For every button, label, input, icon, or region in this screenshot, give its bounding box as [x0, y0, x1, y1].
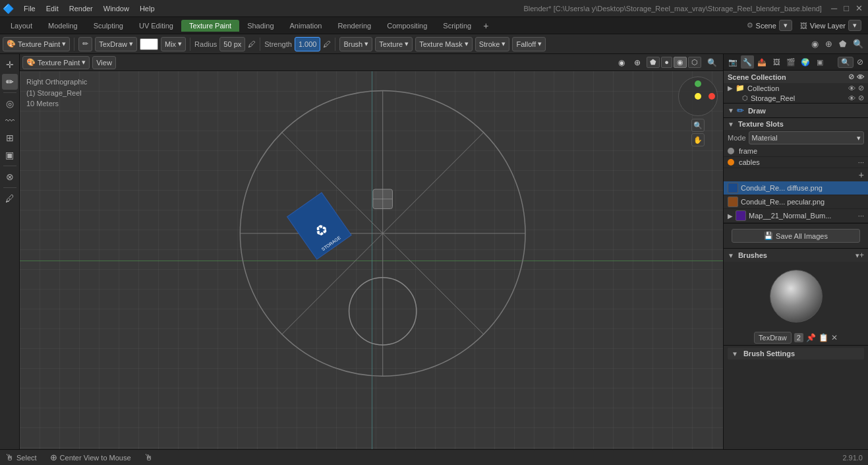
- save-all-images-button[interactable]: 💾 Save All Images: [732, 229, 860, 243]
- viewport-overlay-icon[interactable]: ◉: [615, 57, 628, 69]
- minimize-btn[interactable]: ─: [828, 3, 840, 13]
- viewport-view-button[interactable]: View: [92, 56, 116, 69]
- stroke-dropdown[interactable]: Stroke ▾: [475, 37, 510, 51]
- tab-rendering[interactable]: Rendering: [330, 20, 379, 32]
- scene-properties-icon[interactable]: 🎬: [784, 55, 797, 69]
- brush-settings-section: ▼ Brush Settings: [724, 346, 868, 363]
- brush-copy-icon[interactable]: 📋: [819, 333, 828, 342]
- viewport[interactable]: ♻ STORAGE Right Orthographic (1) Storage…: [20, 71, 723, 449]
- brush-delete-icon[interactable]: ✕: [831, 333, 838, 342]
- collection-visibility-icon[interactable]: 👁: [848, 84, 855, 92]
- viewport-navigation-gizmo[interactable]: Y 🔍 ✋: [678, 77, 718, 116]
- gizmo-circle[interactable]: Y: [678, 77, 718, 116]
- maximize-btn[interactable]: □: [841, 3, 852, 13]
- frame-material-item[interactable]: frame: [724, 146, 868, 157]
- overlay-icon[interactable]: ◉: [809, 39, 821, 49]
- color-swatch[interactable]: [140, 38, 158, 50]
- viewport-mode-dropdown[interactable]: 🎨 Texture Paint ▾: [22, 56, 90, 69]
- radius-value[interactable]: 50 px: [219, 37, 245, 51]
- viewport-ev-mode[interactable]: ⬡: [688, 57, 701, 68]
- tab-sculpting[interactable]: Sculpting: [86, 20, 131, 32]
- gizmo-icon[interactable]: ⊕: [823, 39, 834, 49]
- texture-mask-dropdown[interactable]: Texture Mask ▾: [415, 37, 472, 51]
- storage-reel-item[interactable]: ⬡ Storage_Reel 👁 ⊘: [724, 93, 868, 103]
- close-btn[interactable]: ✕: [853, 3, 865, 13]
- tab-texture-paint[interactable]: Texture Paint: [181, 20, 239, 32]
- strength-picker-icon[interactable]: 🖊: [323, 40, 331, 49]
- menu-file[interactable]: File: [19, 3, 40, 14]
- texture-diffuse-item[interactable]: Conduit_Re... diffuse.png: [724, 181, 868, 195]
- add-texture-button[interactable]: +: [859, 170, 864, 180]
- brushes-add-icon[interactable]: +: [859, 251, 864, 260]
- tab-compositing[interactable]: Compositing: [379, 20, 435, 32]
- object-select-icon[interactable]: ⊘: [858, 94, 864, 102]
- object-visibility-icon[interactable]: 👁: [848, 94, 855, 102]
- search-panel-icon[interactable]: 🔍: [838, 57, 854, 68]
- grab-tool[interactable]: ⊗: [2, 169, 18, 185]
- panel-icon-row: 📷 🔧 📤 🖼 🎬 🌍 ▣ 🔍 ⊘: [724, 54, 868, 71]
- toolbar-separator-2: [190, 38, 190, 51]
- scene-dropdown[interactable]: ▾: [779, 20, 792, 31]
- blend-mode-dropdown[interactable]: Mix ▾: [161, 37, 186, 51]
- collection-filter-icon[interactable]: ⊘: [858, 84, 864, 92]
- draw-tool[interactable]: ✏: [2, 74, 18, 90]
- viewport-material-mode[interactable]: ●: [661, 57, 672, 68]
- draw-label: Draw: [748, 107, 766, 115]
- brush-options-dropdown[interactable]: Brush ▾: [339, 37, 372, 51]
- cables-material-item[interactable]: cables ···: [724, 157, 868, 168]
- clone-tool[interactable]: ⊞: [2, 130, 18, 146]
- menu-render[interactable]: Render: [65, 3, 98, 14]
- menu-window[interactable]: Window: [99, 3, 134, 14]
- smear-tool[interactable]: 〰: [2, 113, 18, 129]
- texture-specular-item[interactable]: Conduit_Re... pecular.png: [724, 195, 868, 209]
- menu-edit[interactable]: Edit: [42, 3, 63, 14]
- texture-expand-row[interactable]: ▶ Map__21_Normal_Bum... ···: [724, 209, 868, 223]
- viewport-gizmo-toggle[interactable]: ⊕: [631, 57, 644, 69]
- viewport-mode-label: Texture Paint: [38, 59, 80, 67]
- cursor-tool[interactable]: ✛: [2, 57, 18, 73]
- pan-icon[interactable]: ✋: [691, 133, 705, 146]
- viewport-shade-icon[interactable]: ⬟: [837, 39, 848, 49]
- brush-name-field[interactable]: TexDraw: [754, 332, 792, 344]
- tab-uv-editing[interactable]: UV Editing: [131, 20, 181, 32]
- viewport-render-mode[interactable]: ◉: [674, 57, 687, 68]
- active-tool-icon[interactable]: 🔧: [741, 55, 754, 69]
- viewport-search-icon[interactable]: 🔍: [704, 57, 720, 69]
- filter-panel-icon[interactable]: ⊘: [855, 57, 865, 67]
- radius-picker-icon[interactable]: 🖊: [248, 40, 256, 49]
- viewport-wrapper: 🎨 Texture Paint ▾ View ◉ ⊕ ⬟ ● ◉ ⬡ 🔍: [20, 54, 723, 449]
- soften-tool[interactable]: ◎: [2, 96, 18, 111]
- tab-animation[interactable]: Animation: [282, 20, 330, 32]
- fill-tool[interactable]: ▣: [2, 147, 18, 163]
- world-properties-icon[interactable]: 🌍: [799, 55, 812, 69]
- collection-icon: 📁: [736, 84, 745, 92]
- brush-pin-icon[interactable]: 📌: [806, 333, 816, 342]
- brush-selector[interactable]: ✏: [78, 37, 92, 51]
- tab-shading[interactable]: Shading: [239, 20, 281, 32]
- specular-swatch: [728, 197, 738, 207]
- add-workspace-button[interactable]: +: [479, 20, 492, 31]
- menu-help[interactable]: Help: [135, 3, 159, 14]
- collection-item[interactable]: ▶ 📁 Collection 👁 ⊘: [724, 83, 868, 93]
- annotate-tool[interactable]: 🖊: [2, 191, 18, 206]
- mode-selector[interactable]: 🎨 Texture Paint ▾: [3, 37, 70, 51]
- zoom-icon[interactable]: 🔍: [691, 119, 705, 132]
- falloff-dropdown[interactable]: Falloff ▾: [512, 37, 546, 51]
- brush-name-dropdown[interactable]: TexDraw ▾: [95, 37, 137, 51]
- view-layer-properties-icon[interactable]: 🖼: [770, 55, 783, 69]
- strength-value[interactable]: 1.000: [295, 37, 321, 51]
- view-layer-dropdown[interactable]: ▾: [848, 20, 861, 31]
- search-icon[interactable]: 🔍: [851, 39, 865, 49]
- object-properties-icon[interactable]: ▣: [813, 55, 826, 69]
- texture-dropdown[interactable]: Texture ▾: [375, 37, 413, 51]
- output-properties-icon[interactable]: 📤: [755, 55, 768, 69]
- tab-scripting[interactable]: Scripting: [435, 20, 479, 32]
- mode-dropdown[interactable]: Material ▾: [749, 131, 864, 144]
- viewport-solid-mode[interactable]: ⬟: [647, 57, 660, 68]
- tab-modeling[interactable]: Modeling: [40, 20, 86, 32]
- render-properties-icon[interactable]: 📷: [726, 55, 739, 69]
- tab-layout[interactable]: Layout: [3, 20, 40, 32]
- outliner-filter-icon[interactable]: ⊘: [848, 73, 854, 81]
- collection-label: Collection: [747, 84, 779, 92]
- outliner-eye-icon[interactable]: 👁: [857, 73, 864, 81]
